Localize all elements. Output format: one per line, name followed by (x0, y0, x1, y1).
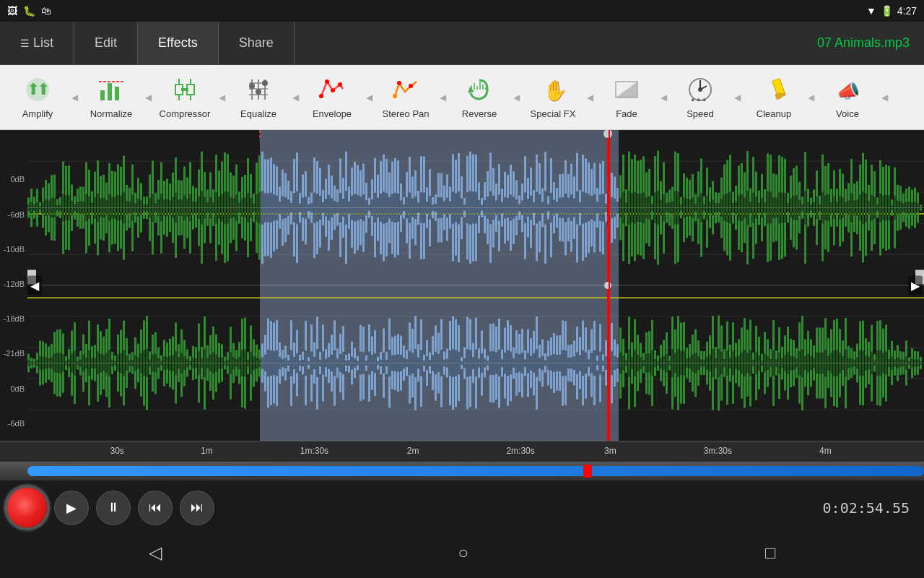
timeline-inner: 30s 1m 1m:30s 2m 2m:30s 3m 3m:30s 4m (27, 441, 924, 462)
effect-fade[interactable]: Fade (595, 69, 658, 126)
amplify-icon: ⬆ ⬆ (24, 76, 51, 107)
waveform-container[interactable]: 0dB -6dB -10dB -12dB -18dB -21dB 0dB -6d… (0, 130, 924, 441)
rewind-icon: ⏮ (149, 500, 162, 515)
forward-button[interactable]: ⏭ (180, 491, 214, 525)
reverse-icon (466, 76, 493, 107)
effect-reverse[interactable]: Reverse (448, 69, 511, 126)
svg-rect-3 (100, 90, 105, 100)
voice-icon: 📣 (834, 76, 861, 107)
svg-point-29 (409, 84, 413, 88)
stereopan-icon (392, 76, 419, 107)
effect-amplify[interactable]: ⬆ ⬆ Amplify (6, 69, 69, 126)
svg-text:●: ● (697, 96, 700, 103)
voice-label: Voice (836, 108, 859, 119)
home-button[interactable]: ○ (458, 543, 469, 563)
effect-envelope[interactable]: Envelope (300, 69, 364, 126)
arrow-after-envelope: ◀ (364, 69, 374, 126)
effects-toolbar: ⬆ ⬆ Amplify ◀ Normalize ◀ (0, 65, 924, 130)
svg-rect-13 (181, 88, 188, 91)
record-inner (17, 497, 38, 519)
arrow-after-stereopan: ◀ (437, 69, 448, 126)
fade-label: Fade (616, 108, 637, 119)
time-display: 0:02:54.55 (823, 499, 917, 517)
arrow-after-speed: ◀ (732, 69, 742, 126)
svg-text:✋: ✋ (543, 79, 567, 103)
time-2m: 2m (407, 441, 419, 456)
svg-point-22 (262, 80, 268, 86)
effect-cleanup[interactable]: Cleanup (742, 69, 806, 126)
arrow-after-normalize: ◀ (143, 69, 153, 126)
arrow-after-amplify: ◀ (69, 69, 79, 126)
tab-share[interactable]: Share (219, 22, 295, 64)
svg-point-27 (393, 94, 397, 98)
arrow-after-compressor: ◀ (217, 69, 227, 126)
record-button[interactable] (7, 488, 47, 527)
svg-rect-4 (108, 83, 112, 100)
envelope-icon (318, 76, 346, 107)
waveform-canvas[interactable] (27, 130, 924, 441)
time-1m: 1m (201, 441, 213, 456)
time-2m30s: 2m:30s (506, 441, 534, 456)
waveform-area[interactable]: ◀ ▶ (27, 130, 924, 441)
play-button[interactable]: ▶ (54, 491, 89, 525)
shop-icon: 🛍 (41, 5, 51, 17)
recents-button[interactable]: □ (765, 543, 776, 563)
svg-point-23 (319, 94, 323, 98)
tab-effects[interactable]: Effects (138, 22, 219, 64)
time-30s: 30s (110, 441, 124, 456)
effect-speed[interactable]: ● ● ● Speed (668, 69, 732, 126)
android-nav-bar: ◁ ○ □ (0, 535, 924, 571)
svg-rect-5 (115, 87, 119, 100)
svg-marker-39 (616, 82, 637, 98)
compressor-icon (171, 76, 199, 107)
scroll-left-button[interactable]: ◀ (27, 276, 42, 296)
effect-voice[interactable]: 📣 Voice (816, 69, 879, 126)
status-right: ▼ 🔋 4:27 (866, 5, 917, 17)
effect-compressor[interactable]: Compressor (153, 69, 217, 126)
play-icon: ▶ (66, 500, 77, 516)
effect-normalize[interactable]: Normalize (79, 69, 143, 126)
arrow-after-fade: ◀ (658, 69, 668, 126)
time-4m: 4m (819, 441, 832, 456)
arrow-after-voice: ◀ (879, 69, 889, 126)
scrubber-track[interactable] (27, 466, 924, 476)
cleanup-label: Cleanup (757, 108, 791, 119)
scroll-right-button[interactable]: ▶ (908, 276, 923, 296)
status-bar: 🖼 🐛 🛍 ▼ 🔋 4:27 (0, 0, 924, 22)
specialfx-label: Special FX (531, 108, 576, 119)
equalize-icon (245, 76, 272, 107)
back-button[interactable]: ◁ (149, 543, 162, 563)
svg-text:⬆: ⬆ (37, 80, 50, 98)
effect-specialfx[interactable]: ✋ Special FX (521, 69, 585, 126)
svg-text:📣: 📣 (837, 79, 860, 103)
bug-icon: 🐛 (23, 5, 35, 17)
battery-icon: 🔋 (881, 5, 893, 17)
nav-tabs: ☰ List Edit Effects Share 07 Animals.mp3 (0, 22, 924, 65)
equalize-label: Equalize (240, 108, 276, 119)
photo-icon: 🖼 (7, 5, 17, 17)
scrubber-bar[interactable] (0, 462, 924, 480)
normalize-label: Normalize (90, 108, 133, 119)
compressor-label: Compressor (160, 108, 211, 119)
effect-stereopan[interactable]: Stereo Pan (374, 69, 437, 126)
clock: 4:27 (897, 5, 917, 17)
tab-list[interactable]: ☰ List (0, 22, 74, 64)
pause-button[interactable]: ⏸ (96, 491, 131, 525)
list-icon: ☰ (20, 38, 30, 49)
svg-text:●: ● (702, 96, 706, 103)
rewind-button[interactable]: ⏮ (138, 491, 173, 525)
fade-icon (613, 76, 640, 107)
tab-edit[interactable]: Edit (74, 22, 138, 64)
time-3m: 3m (604, 441, 616, 456)
cleanup-icon (760, 76, 788, 107)
time-3m30s: 3m:30s (704, 441, 732, 456)
filename: 07 Animals.mp3 (817, 35, 924, 51)
svg-point-20 (249, 83, 255, 89)
scrubber-thumb[interactable] (583, 465, 592, 478)
timeline-ruler[interactable]: 30s 1m 1m:30s 2m 2m:30s 3m 3m:30s 4m (0, 441, 924, 462)
pause-icon: ⏸ (107, 500, 120, 515)
arrow-after-specialfx: ◀ (585, 69, 595, 126)
effect-equalize[interactable]: Equalize (227, 69, 290, 126)
arrow-after-cleanup: ◀ (806, 69, 816, 126)
svg-point-21 (256, 89, 261, 95)
